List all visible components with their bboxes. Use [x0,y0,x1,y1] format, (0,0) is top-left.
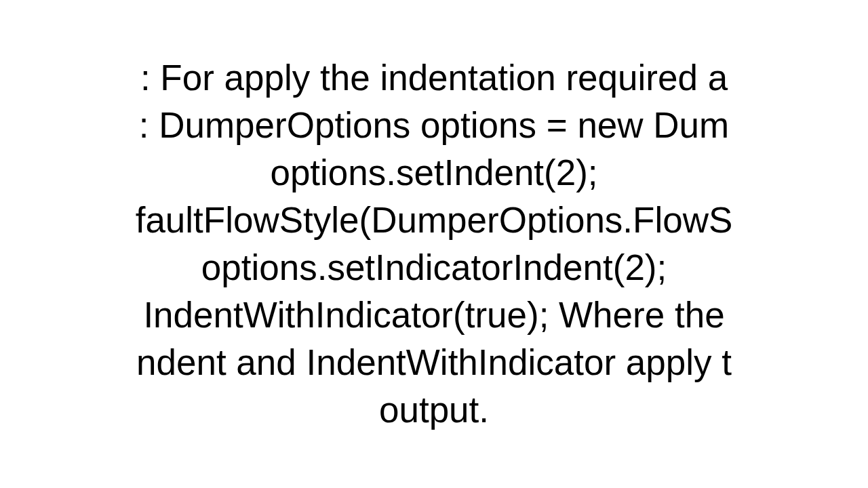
text-line-2: : DumperOptions options = new Dum [136,102,733,149]
text-line-8: output. [136,386,733,434]
text-line-5: options.setIndicatorIndent(2); [136,244,733,291]
text-line-7: ndent and IndentWithIndicator apply t [136,339,733,386]
text-line-1: : For apply the indentation required a [136,54,733,102]
text-line-6: IndentWithIndicator(true); Where the [136,291,733,339]
text-line-4: faultFlowStyle(DumperOptions.FlowS [136,197,733,244]
text-content: : For apply the indentation required a :… [136,54,733,434]
text-line-3: options.setIndent(2); [136,149,733,197]
